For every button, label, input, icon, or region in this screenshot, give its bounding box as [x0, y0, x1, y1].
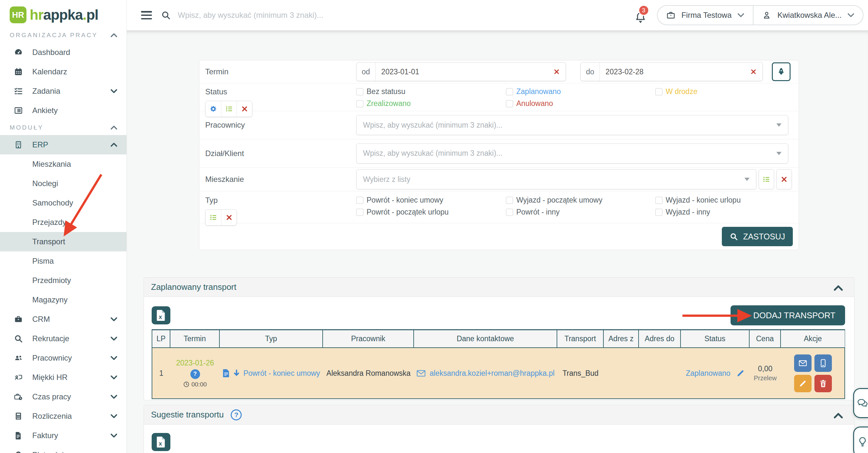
sidebar-item-ankiety[interactable]: Ankiety: [0, 101, 126, 120]
chat-widget-button[interactable]: [853, 388, 868, 418]
notifications-button[interactable]: 3: [634, 5, 649, 25]
typ-option[interactable]: Wyjazd - inny: [655, 208, 741, 217]
checkbox[interactable]: [655, 209, 662, 216]
typ-option[interactable]: Powrót - początek urlopu: [356, 208, 506, 217]
checkbox[interactable]: [506, 88, 513, 95]
checkbox[interactable]: [655, 197, 662, 204]
trash-icon: [819, 379, 827, 388]
status-option-zaplanowano[interactable]: Zaplanowano: [506, 87, 655, 96]
sidebar-item-czas-pracy[interactable]: Czas pracy: [0, 387, 126, 406]
edit-status-button[interactable]: [736, 369, 745, 377]
transport-time: 00:00: [183, 381, 207, 388]
sidebar-item-pracownicy[interactable]: Pracownicy: [0, 348, 126, 368]
sidebar-section-moduly[interactable]: MODUŁY: [0, 120, 126, 135]
sidebar-item-samochody[interactable]: Samochody: [0, 193, 126, 213]
send-email-button[interactable]: [794, 355, 811, 372]
checkbox[interactable]: [356, 88, 363, 95]
export-excel-button[interactable]: x: [152, 433, 170, 451]
sidebar-item-pisma[interactable]: Pisma: [0, 251, 126, 271]
status-settings-button[interactable]: [206, 101, 221, 117]
sidebar-item-kalendarz[interactable]: Kalendarz: [0, 62, 126, 81]
edit-button[interactable]: [794, 375, 811, 392]
sidebar-item-przedmioty[interactable]: Przedmioty: [0, 271, 126, 290]
checkbox[interactable]: [655, 88, 662, 95]
clear-date-to-button[interactable]: [744, 63, 763, 81]
status-list-button[interactable]: [221, 101, 237, 117]
x-icon: [750, 68, 757, 75]
delete-button[interactable]: [814, 375, 832, 392]
mieszkanie-select[interactable]: Wybierz z listy: [356, 169, 756, 189]
sidebar-item-zadania[interactable]: Zadania: [0, 81, 126, 101]
quick-range-button[interactable]: [772, 62, 790, 81]
sidebar-item-crm[interactable]: CRM: [0, 310, 126, 329]
hamburger-menu-button[interactable]: [141, 11, 152, 19]
help-badge[interactable]: ?: [190, 369, 200, 379]
planned-transport-header[interactable]: Zaplanowany transport: [144, 278, 854, 297]
sidebar-item-rozliczenia[interactable]: Rozliczenia: [0, 406, 126, 426]
brand-logo-text: hrappka.pl: [30, 7, 98, 23]
dzial-klient-select[interactable]: Wpisz, aby wyszukać (minimum 3 znaki)...: [356, 143, 788, 164]
user-selector[interactable]: Kwiatkowska Ale...: [753, 6, 863, 25]
pracownicy-select[interactable]: Wpisz, aby wyszukać (minimum 3 znaki)...: [356, 115, 788, 135]
sidebar-item-label: Zadania: [32, 87, 111, 96]
status-option-anulowano[interactable]: Anulowano: [506, 99, 655, 108]
apply-filters-button[interactable]: ZASTOSUJ: [722, 227, 793, 246]
sidebar-item-miekki-hr[interactable]: Miękki HR: [0, 368, 126, 387]
sidebar-item-rekrutacje[interactable]: Rekrutacje: [0, 329, 126, 348]
transport-type-link[interactable]: Powrót - koniec umowy: [243, 369, 320, 378]
status-clear-button[interactable]: [237, 101, 252, 117]
clear-date-from-button[interactable]: [548, 63, 566, 81]
sidebar-item-noclegi[interactable]: Noclegi: [0, 174, 126, 193]
sidebar-item-transport[interactable]: Transport: [0, 232, 126, 251]
filter-row-status: Status Bez statusu Zrealizowano Zaplanow…: [199, 83, 799, 111]
sidebar-item-magazyny[interactable]: Magazyny: [0, 290, 126, 310]
sidebar-item-label: Dashboard: [32, 48, 118, 57]
typ-option[interactable]: Wyjazd - początek umowy: [506, 196, 655, 204]
mieszkanie-list-button[interactable]: [758, 169, 774, 189]
status-option-zrealizowano[interactable]: Zrealizowano: [356, 99, 506, 108]
typ-option[interactable]: Wyjazd - koniec urlopu: [655, 196, 741, 204]
sidebar-item-erp[interactable]: ERP: [0, 135, 126, 154]
status-option-label: W drodze: [666, 87, 697, 96]
company-selector[interactable]: Firma Testowa: [658, 6, 753, 25]
date-to-input[interactable]: [600, 63, 744, 81]
search-input[interactable]: [178, 11, 468, 20]
column-header-lp: LP: [152, 330, 170, 348]
collapse-chevron-up-icon[interactable]: [834, 285, 843, 289]
checkbox[interactable]: [356, 209, 363, 216]
typ-clear-button[interactable]: [221, 210, 237, 225]
sidebar-item-label: Pisma: [32, 257, 54, 265]
table-toolbar: x + DODAJ TRANSPORT: [152, 305, 845, 325]
tips-widget-button[interactable]: [853, 426, 868, 453]
sidebar-item-przejazdy[interactable]: Przejazdy: [0, 213, 126, 232]
checkbox[interactable]: [356, 197, 363, 204]
mieszkanie-clear-button[interactable]: [776, 169, 792, 189]
typ-option[interactable]: Powrót - inny: [506, 208, 655, 217]
email-link[interactable]: aleksandra.koziel+roman@hrappka.pl: [430, 369, 554, 378]
typ-option[interactable]: Powrót - koniec umowy: [356, 196, 506, 204]
status-option-w-drodze[interactable]: W drodze: [655, 87, 697, 96]
status-option-bez-statusu[interactable]: Bez statusu: [356, 87, 506, 96]
sidebar-section-organizacja-pracy[interactable]: ORGANIZACJA PRACY: [0, 28, 126, 43]
sidebar-item-platnosci[interactable]: $ Płatności: [0, 445, 126, 453]
sidebar-item-label: Mieszkania: [32, 160, 71, 169]
checkbox[interactable]: [506, 209, 513, 216]
sidebar-item-faktury[interactable]: Faktury: [0, 426, 126, 445]
checkbox[interactable]: [506, 197, 513, 204]
checkbox[interactable]: [356, 100, 363, 107]
add-transport-button[interactable]: + DODAJ TRANSPORT: [731, 305, 845, 325]
envelope-icon: [799, 359, 807, 367]
sidebar-item-label: Miękki HR: [32, 373, 111, 382]
checkbox[interactable]: [506, 100, 513, 107]
export-excel-button[interactable]: x: [152, 306, 170, 324]
help-icon[interactable]: ?: [231, 409, 242, 420]
sidebar-item-dashboard[interactable]: Dashboard: [0, 43, 126, 62]
brand-logo[interactable]: HR hrappka.pl: [0, 0, 126, 28]
typ-option-label: Wyjazd - inny: [666, 208, 710, 217]
typ-list-button[interactable]: [206, 210, 221, 225]
sidebar-item-mieszkania[interactable]: Mieszkania: [0, 154, 126, 174]
date-from-input[interactable]: [376, 63, 548, 81]
collapse-chevron-up-icon[interactable]: [834, 413, 843, 417]
send-sms-button[interactable]: [814, 355, 832, 372]
transport-suggestions-header[interactable]: Sugestie transportu ?: [144, 405, 854, 425]
